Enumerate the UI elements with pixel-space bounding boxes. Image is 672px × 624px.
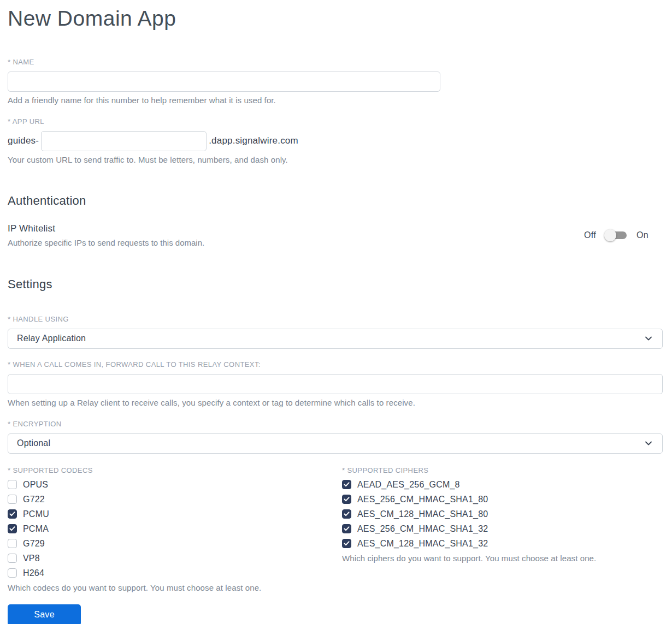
cipher-option[interactable]: AES_256_CM_HMAC_SHA1_32 [342, 524, 663, 534]
check-icon [9, 526, 15, 531]
supported-ciphers-group: * SUPPORTED CIPHERS AEAD_AES_256_GCM_8 A… [342, 466, 663, 592]
codec-option-label: H264 [23, 568, 44, 578]
encryption-group: * ENCRYPTION Optional [8, 420, 663, 454]
toggle-off-label: Off [584, 230, 596, 240]
toggle-knob[interactable] [604, 229, 616, 241]
codec-option-pcmu[interactable]: PCMU [8, 509, 342, 519]
check-icon [344, 512, 350, 516]
handle-using-select[interactable]: Relay Application [8, 329, 663, 349]
chevron-down-icon [644, 439, 653, 448]
encryption-value: Optional [17, 438, 50, 448]
supported-ciphers-helper: Which ciphers do you want to support. Yo… [342, 554, 663, 563]
codec-option-label: G729 [23, 539, 45, 549]
codec-option-label: G722 [23, 495, 45, 504]
checkbox[interactable] [8, 524, 17, 533]
handle-using-group: * HANDLE USING Relay Application [8, 315, 663, 349]
encryption-label: * ENCRYPTION [8, 420, 663, 428]
cipher-option-label: AES_256_CM_HMAC_SHA1_80 [357, 495, 488, 504]
form-actions: Save [8, 604, 663, 624]
encryption-select[interactable]: Optional [8, 433, 663, 454]
ip-whitelist-helper: Authorize specific IPs to send requests … [8, 238, 204, 247]
supported-ciphers-label: * SUPPORTED CIPHERS [342, 466, 663, 474]
settings-heading: Settings [8, 277, 663, 292]
cipher-option[interactable]: AES_256_CM_HMAC_SHA1_80 [342, 495, 663, 504]
ip-whitelist-row: IP Whitelist Authorize specific IPs to s… [8, 223, 663, 247]
checkbox[interactable] [8, 509, 17, 519]
cipher-option-label: AES_256_CM_HMAC_SHA1_32 [357, 524, 488, 534]
ciphers-list: AEAD_AES_256_GCM_8 AES_256_CM_HMAC_SHA1_… [342, 480, 663, 549]
cipher-option[interactable]: AEAD_AES_256_GCM_8 [342, 480, 663, 490]
codec-option-vp8[interactable]: VP8 [8, 554, 342, 563]
ip-whitelist-text: IP Whitelist Authorize specific IPs to s… [8, 223, 204, 247]
page-title: New Domain App [8, 6, 663, 32]
name-helper: Add a friendly name for this number to h… [8, 96, 663, 105]
checkbox[interactable] [342, 524, 351, 533]
cipher-option[interactable]: AES_CM_128_HMAC_SHA1_80 [342, 509, 663, 519]
codec-option-g729[interactable]: G729 [8, 539, 342, 549]
ip-whitelist-toggle[interactable] [606, 231, 627, 239]
checkbox[interactable] [8, 568, 17, 578]
check-icon [344, 526, 350, 531]
app-url-field-group: * APP URL guides- .dapp.signalwire.com Y… [8, 117, 663, 164]
save-button[interactable]: Save [8, 604, 81, 624]
ip-whitelist-toggle-group: Off On [584, 230, 649, 240]
relay-context-group: * WHEN A CALL COMES IN, FORWARD CALL TO … [8, 360, 663, 407]
checkbox[interactable] [342, 480, 351, 489]
handle-using-value: Relay Application [17, 334, 86, 343]
authentication-heading: Authentication [8, 194, 663, 208]
relay-context-input[interactable] [8, 374, 663, 394]
app-url-input[interactable] [41, 131, 207, 151]
app-url-helper: Your custom URL to send traffic to. Must… [8, 155, 663, 164]
checkbox[interactable] [8, 539, 17, 548]
supported-codecs-label: * SUPPORTED CODECS [8, 466, 342, 474]
codec-option-g722[interactable]: G722 [8, 495, 342, 504]
codec-option-h264[interactable]: H264 [8, 568, 342, 578]
cipher-option-label: AES_CM_128_HMAC_SHA1_32 [357, 539, 488, 549]
checkbox[interactable] [342, 495, 351, 504]
codecs-ciphers-section: * SUPPORTED CODECS OPUS G722 PCMU PCMA [8, 466, 663, 592]
codecs-list: OPUS G722 PCMU PCMA G729 [8, 480, 342, 578]
app-url-label: * APP URL [8, 117, 663, 126]
cipher-option-label: AES_CM_128_HMAC_SHA1_80 [357, 509, 488, 519]
supported-codecs-group: * SUPPORTED CODECS OPUS G722 PCMU PCMA [8, 466, 342, 592]
codec-option-label: PCMA [23, 524, 49, 534]
cipher-option-label: AEAD_AES_256_GCM_8 [357, 480, 460, 490]
name-label: * NAME [8, 58, 663, 66]
toggle-on-label: On [636, 230, 649, 240]
check-icon [344, 482, 350, 487]
cipher-option[interactable]: AES_CM_128_HMAC_SHA1_32 [342, 539, 663, 549]
ip-whitelist-label: IP Whitelist [8, 223, 204, 234]
supported-codecs-helper: Which codecs do you want to support. You… [8, 583, 342, 592]
codec-option-opus[interactable]: OPUS [8, 480, 342, 490]
app-url-row: guides- .dapp.signalwire.com [8, 131, 663, 151]
checkbox[interactable] [8, 495, 17, 504]
check-icon [9, 512, 15, 516]
app-url-suffix: .dapp.signalwire.com [209, 135, 298, 146]
check-icon [344, 541, 350, 546]
checkbox[interactable] [342, 539, 351, 548]
codec-option-label: VP8 [23, 554, 40, 563]
checkbox[interactable] [8, 480, 17, 489]
chevron-down-icon [644, 334, 653, 343]
relay-context-helper: When setting up a Relay client to receiv… [8, 398, 663, 407]
checkbox[interactable] [8, 554, 17, 563]
new-domain-app-form: New Domain App * NAME Add a friendly nam… [8, 6, 663, 624]
name-input[interactable] [8, 72, 440, 92]
check-icon [344, 497, 350, 502]
handle-using-label: * HANDLE USING [8, 315, 663, 323]
app-url-prefix: guides- [8, 135, 39, 146]
relay-context-label: * WHEN A CALL COMES IN, FORWARD CALL TO … [8, 360, 663, 369]
codec-option-label: PCMU [23, 509, 49, 519]
codec-option-pcma[interactable]: PCMA [8, 524, 342, 534]
codec-option-label: OPUS [23, 480, 48, 490]
checkbox[interactable] [342, 509, 351, 519]
name-field-group: * NAME Add a friendly name for this numb… [8, 58, 663, 105]
